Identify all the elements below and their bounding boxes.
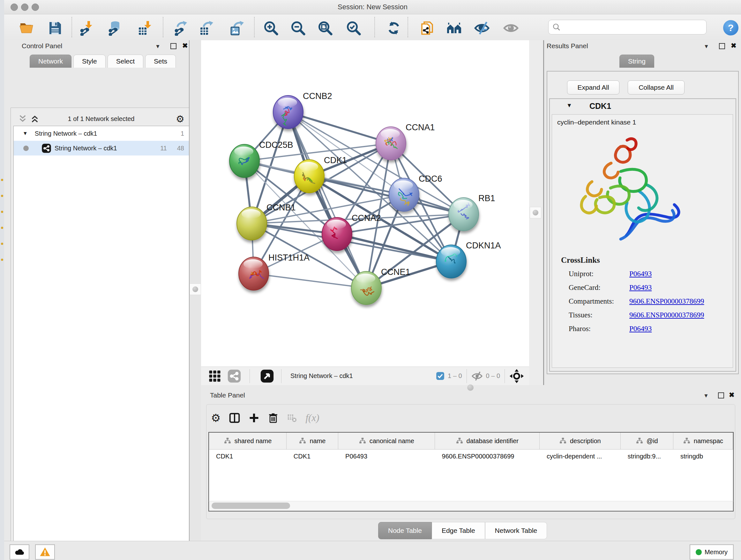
zoom-in-icon[interactable] bbox=[263, 20, 279, 36]
birdseye-view-icon[interactable] bbox=[260, 369, 274, 383]
node-CCNE1[interactable] bbox=[351, 271, 381, 305]
crosslinks-list: Uniprot: P06493GeneCard: P06493Compartme… bbox=[569, 270, 728, 338]
zoom-fit-icon[interactable] bbox=[317, 20, 333, 36]
network-share-view-icon[interactable] bbox=[227, 369, 241, 383]
string-homes-icon[interactable] bbox=[446, 20, 462, 36]
network-collection-row[interactable]: ▼ String Network – cdk11 bbox=[14, 126, 189, 141]
node-CCNB2[interactable] bbox=[273, 96, 303, 129]
tab-sets[interactable]: Sets bbox=[145, 55, 176, 68]
zoom-selected-icon[interactable] bbox=[346, 20, 361, 36]
node-HIST1H1A[interactable] bbox=[239, 257, 269, 290]
import-network-icon[interactable] bbox=[77, 20, 93, 36]
control-panel-float-icon[interactable] bbox=[171, 43, 177, 51]
crosslink-link[interactable]: P06493 bbox=[629, 325, 652, 333]
column-header-name[interactable]: name bbox=[286, 433, 338, 449]
crosslink-link[interactable]: P06493 bbox=[629, 284, 652, 292]
results-panel-collapse-icon[interactable]: ▼ bbox=[704, 44, 709, 50]
tab-edge-table[interactable]: Edge Table bbox=[432, 522, 485, 539]
column-header-description[interactable]: description bbox=[540, 433, 621, 449]
fit-content-crosshair-icon[interactable] bbox=[509, 369, 524, 383]
grid-view-icon[interactable] bbox=[208, 369, 221, 383]
node-count: 11 bbox=[160, 145, 167, 152]
tab-network-table[interactable]: Network Table bbox=[485, 522, 547, 539]
node-RB1[interactable] bbox=[449, 198, 479, 231]
expand-all-button[interactable]: Expand All bbox=[567, 80, 619, 95]
crosslink-link[interactable]: P06493 bbox=[629, 270, 652, 278]
right-splitter-handle[interactable] bbox=[530, 207, 541, 219]
node-CCNB1[interactable] bbox=[237, 207, 267, 240]
table-settings-gear-icon[interactable]: ⚙ bbox=[211, 412, 220, 424]
table-horizontal-scrollbar[interactable] bbox=[208, 501, 734, 511]
export-table-icon[interactable] bbox=[198, 20, 214, 36]
node-CDC6[interactable] bbox=[389, 178, 419, 211]
document-share-icon[interactable] bbox=[420, 20, 435, 36]
tree-expand-icon[interactable]: ▼ bbox=[23, 131, 28, 136]
crosslink-label: GeneCard: bbox=[569, 284, 629, 292]
control-panel-collapse-icon[interactable]: ▼ bbox=[155, 44, 160, 50]
tab-select[interactable]: Select bbox=[108, 55, 143, 68]
table-panel-float-icon[interactable] bbox=[718, 392, 724, 400]
memory-button[interactable]: Memory bbox=[690, 544, 734, 560]
toolbar-separator bbox=[374, 17, 375, 37]
open-session-icon[interactable] bbox=[18, 20, 35, 36]
column-header-@id[interactable]: @id bbox=[621, 433, 673, 449]
column-header-shared-name[interactable]: shared name bbox=[209, 433, 286, 449]
node-CDC25B[interactable] bbox=[229, 144, 259, 178]
import-table-icon[interactable] bbox=[137, 20, 152, 36]
protein-collapse-icon[interactable]: ▼ bbox=[566, 102, 572, 109]
tab-node-table[interactable]: Node Table bbox=[378, 522, 432, 539]
help-button[interactable]: ? bbox=[723, 20, 738, 36]
column-header-canonical-name[interactable]: canonical name bbox=[338, 433, 435, 449]
string-network-icon bbox=[42, 143, 51, 153]
control-panel-close-icon[interactable]: ✖ bbox=[182, 42, 188, 50]
refresh-icon[interactable] bbox=[386, 20, 402, 36]
column-header-namespac[interactable]: namespac bbox=[673, 433, 733, 449]
column-header-database-identifier[interactable]: database identifier bbox=[435, 433, 540, 449]
network-row[interactable]: String Network – cdk11148 bbox=[14, 141, 189, 155]
show-hide-eye-icon[interactable] bbox=[474, 20, 490, 36]
tab-style[interactable]: Style bbox=[73, 55, 106, 68]
export-image-icon[interactable] bbox=[229, 20, 245, 36]
horizontal-splitter[interactable] bbox=[201, 385, 741, 390]
scrollbar-thumb[interactable] bbox=[212, 503, 290, 509]
table-tabs: Node TableEdge TableNetwork Table bbox=[378, 522, 547, 539]
results-panel-close-icon[interactable]: ✖ bbox=[731, 42, 737, 50]
export-network-icon[interactable] bbox=[172, 20, 188, 36]
background-window-strip bbox=[0, 0, 4, 560]
node-label-RB1: RB1 bbox=[478, 193, 495, 203]
table-panel: Table Panel ▼ ✖ ⚙ f(x) shared namenameca… bbox=[206, 390, 735, 519]
table-panel-collapse-icon[interactable]: ▼ bbox=[703, 393, 709, 399]
table-cell: P06493 bbox=[338, 449, 434, 465]
collapse-all-button[interactable]: Collapse All bbox=[628, 80, 684, 95]
table-panel-close-icon[interactable]: ✖ bbox=[729, 391, 735, 399]
table-row[interactable]: CDK1CDK1P064939606.ENSP00000378699cyclin… bbox=[209, 449, 733, 465]
delete-column-trash-icon[interactable] bbox=[268, 413, 279, 423]
network-options-gear-icon[interactable]: ⚙ bbox=[176, 113, 185, 125]
search-field[interactable] bbox=[548, 20, 706, 35]
node-CDK1[interactable] bbox=[294, 160, 324, 193]
node-CCNA2[interactable] bbox=[322, 217, 352, 251]
save-session-icon[interactable] bbox=[47, 20, 63, 36]
network-canvas[interactable]: CCNB2CCNA1CDC25BCDK1CDC6RB1CCNB1CCNA2CDK… bbox=[201, 40, 529, 367]
import-database-icon[interactable] bbox=[106, 20, 122, 36]
results-panel-float-icon[interactable] bbox=[719, 43, 725, 51]
crosslink-link[interactable]: 9606.ENSP00000378699 bbox=[629, 311, 704, 319]
crosslink-label: Pharos: bbox=[569, 325, 629, 333]
cloud-icon bbox=[14, 547, 25, 557]
tab-network[interactable]: Network bbox=[30, 55, 71, 68]
show-columns-icon[interactable] bbox=[229, 412, 240, 424]
zoom-out-icon[interactable] bbox=[290, 20, 306, 36]
warning-status-button[interactable] bbox=[35, 544, 55, 560]
node-CDKN1A[interactable] bbox=[436, 245, 466, 278]
left-splitter-handle[interactable] bbox=[190, 284, 201, 295]
node-CCNA1[interactable] bbox=[376, 127, 406, 160]
create-column-plus-icon[interactable] bbox=[249, 413, 259, 423]
toolbar-separator bbox=[163, 17, 163, 37]
network-status-dot bbox=[23, 145, 29, 151]
tab-string[interactable]: String bbox=[619, 55, 654, 68]
search-input[interactable] bbox=[561, 23, 706, 31]
crosslink-link[interactable]: 9606.ENSP00000378699 bbox=[629, 297, 704, 306]
cloud-status-button[interactable] bbox=[10, 544, 29, 560]
selected-checkbox[interactable] bbox=[436, 372, 445, 380]
horizontal-splitter-handle[interactable] bbox=[467, 384, 474, 391]
